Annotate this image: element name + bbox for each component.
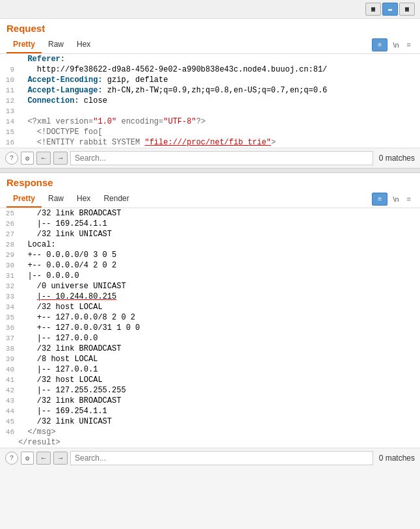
table-row: 25 /32 link BROADCAST: [0, 208, 420, 219]
table-row: 10 Accept-Encoding: gzip, deflate: [0, 75, 420, 85]
response-icon-newline[interactable]: \n: [390, 194, 401, 204]
table-row: 45 /32 link UNICAST: [0, 416, 420, 427]
section-divider: [0, 168, 420, 173]
table-row: 30 +-- 0.0.0.0/4 2 0 2: [0, 260, 420, 271]
request-icon-newline[interactable]: \n: [390, 40, 401, 50]
table-row: 36 +-- 127.0.0.0/31 1 0 0: [0, 323, 420, 333]
table-row: 29 +-- 0.0.0.0/0 3 0 5: [0, 250, 420, 260]
request-help-icon[interactable]: ?: [5, 152, 18, 165]
request-next-btn[interactable]: →: [53, 152, 68, 165]
request-section: Request Pretty Raw Hex ≡ \n = Referer: 9…: [0, 19, 420, 168]
request-code-area: Referer: 9 http://9fe38622-d9a8-4562-9e0…: [0, 54, 420, 148]
response-section: Response Pretty Raw Hex Render ≡ \n = 25…: [0, 173, 420, 468]
response-icon-menu[interactable]: =: [404, 194, 413, 204]
table-row: 40 |-- 127.0.0.1: [0, 364, 420, 375]
request-tab-pretty[interactable]: Pretty: [7, 36, 42, 53]
request-search-input[interactable]: [70, 151, 373, 165]
table-row: 33 |-- 10.244.80.215: [0, 292, 420, 302]
table-row: 16 <!ENTITY rabbit SYSTEM "file:///proc/…: [0, 137, 420, 148]
table-row: 13: [0, 106, 420, 116]
response-settings-icon[interactable]: ⚙: [21, 452, 34, 465]
table-row: 42 |-- 127.255.255.255: [0, 385, 420, 396]
table-row: 14 <?xml version="1.0" encoding="UTF-8"?…: [0, 116, 420, 127]
request-tab-raw[interactable]: Raw: [42, 36, 70, 53]
list-icon: ≡: [378, 42, 382, 49]
response-help-icon[interactable]: ?: [5, 452, 18, 465]
response-tab-raw[interactable]: Raw: [42, 191, 70, 208]
list-icon: ≡: [378, 196, 382, 203]
response-tab-render[interactable]: Render: [97, 191, 135, 208]
table-row: 44 |-- 169.254.1.1: [0, 406, 420, 416]
request-icon-menu[interactable]: =: [404, 40, 413, 50]
table-row: 11 Accept-Language: zh-CN,zh-TW;q=0.9,zh…: [0, 85, 420, 96]
table-row: 41 /32 host LOCAL: [0, 375, 420, 385]
table-row: </result>: [0, 437, 420, 448]
request-toolbar-icons: ≡ \n =: [372, 38, 413, 51]
response-code-area: 25 /32 link BROADCAST 26 |-- 169.254.1.1…: [0, 208, 420, 448]
table-row: 34 /32 host LOCAL: [0, 302, 420, 312]
request-matches-label: 0 matches: [376, 154, 415, 163]
table-row: 26 |-- 169.254.1.1: [0, 219, 420, 229]
response-icon-list[interactable]: ≡: [372, 193, 387, 206]
response-matches-label: 0 matches: [376, 454, 415, 463]
view-btn-2[interactable]: ▬: [382, 3, 398, 16]
response-prev-btn[interactable]: ←: [36, 452, 51, 465]
table-row: Referer:: [0, 54, 420, 64]
request-search-bar: ? ⚙ ← → 0 matches: [0, 148, 420, 168]
table-row: 15 <!DOCTYPE foo[: [0, 127, 420, 137]
request-icon-list[interactable]: ≡: [372, 38, 387, 51]
request-prev-btn[interactable]: ←: [36, 152, 51, 165]
response-next-btn[interactable]: →: [53, 452, 68, 465]
response-tabs-bar: Pretty Raw Hex Render ≡ \n =: [0, 191, 420, 208]
table-row: 39 /8 host LOCAL: [0, 354, 420, 364]
table-row: 31 |-- 0.0.0.0: [0, 271, 420, 281]
response-toolbar-icons: ≡ \n =: [372, 193, 413, 206]
table-row: 27 /32 link UNICAST: [0, 229, 420, 239]
response-search-input[interactable]: [70, 451, 373, 465]
table-row: 35 +-- 127.0.0.0/8 2 0 2: [0, 312, 420, 323]
view-btn-1[interactable]: ▦: [365, 3, 381, 16]
request-settings-icon[interactable]: ⚙: [21, 152, 34, 165]
table-row: 37 |-- 127.0.0.0: [0, 333, 420, 344]
request-tabs-bar: Pretty Raw Hex ≡ \n =: [0, 36, 420, 54]
response-tab-pretty[interactable]: Pretty: [7, 191, 42, 208]
table-row: 46 </msg>: [0, 427, 420, 437]
top-toolbar: ▦ ▬ ▦: [0, 0, 420, 19]
table-row: 28 Local:: [0, 239, 420, 250]
table-row: 32 /0 universe UNICAST: [0, 281, 420, 292]
response-tab-hex[interactable]: Hex: [70, 191, 97, 208]
table-row: 9 http://9fe38622-d9a8-4562-9e02-a990b83…: [0, 64, 420, 75]
request-title: Request: [0, 19, 420, 36]
table-row: 43 /32 link BROADCAST: [0, 396, 420, 406]
request-tab-hex[interactable]: Hex: [70, 36, 97, 53]
view-btn-3[interactable]: ▦: [399, 3, 415, 16]
table-row: 38 /32 link BROADCAST: [0, 344, 420, 354]
table-row: 12 Connection: close: [0, 96, 420, 106]
response-title: Response: [0, 173, 420, 191]
response-search-bar: ? ⚙ ← → 0 matches: [0, 448, 420, 468]
